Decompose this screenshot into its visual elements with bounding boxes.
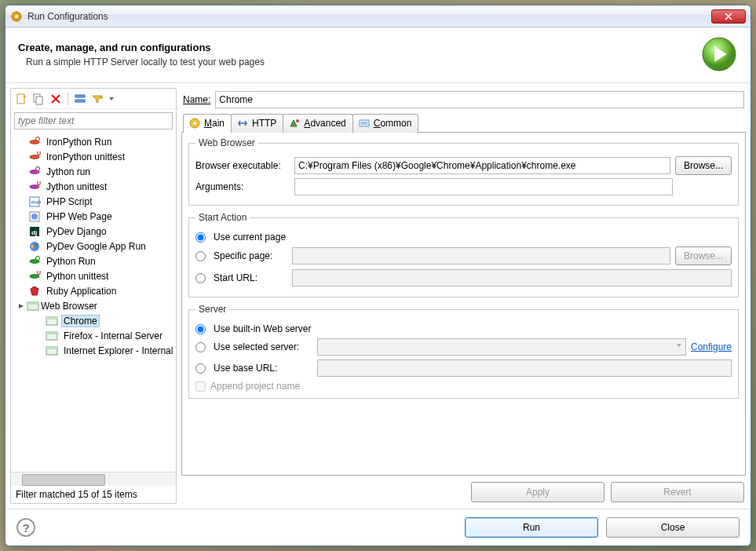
gear-run-icon <box>10 10 23 23</box>
svg-point-15 <box>31 213 38 220</box>
server-group: Server Use built-in Web server Use selec… <box>188 304 739 399</box>
http-tab-icon <box>236 117 249 130</box>
form-area: Web Browser Browser executable: Browse..… <box>181 133 746 476</box>
common-tab-icon <box>358 117 371 130</box>
tab-main[interactable]: Main <box>183 114 232 133</box>
server-combo <box>317 338 686 356</box>
svg-text:dj: dj <box>31 229 37 236</box>
configure-link[interactable]: Configure <box>691 341 732 352</box>
exec-input[interactable] <box>294 157 670 174</box>
use-current-radio[interactable] <box>195 232 206 243</box>
close-window-button[interactable] <box>711 9 746 24</box>
specific-page-label: Specific page: <box>214 250 287 261</box>
tree-item-ie[interactable]: Internet Explorer - Internal Server <box>11 343 176 358</box>
svg-point-10 <box>36 166 40 170</box>
tree-item[interactable]: Ruby Application <box>11 283 176 298</box>
tree-item[interactable]: UIronPython unittest <box>11 149 176 164</box>
tree-item-web-browser[interactable]: Web Browser <box>11 298 176 313</box>
tree-item[interactable]: IronPython Run <box>11 134 176 149</box>
tree-item[interactable]: Python Run <box>11 254 176 268</box>
new-config-icon[interactable] <box>14 92 28 106</box>
tree-item-firefox[interactable]: Firefox - Internal Server <box>11 328 176 343</box>
selected-server-label: Use selected server: <box>214 341 312 352</box>
horizontal-scrollbar[interactable] <box>11 472 176 486</box>
filter-menu-icon[interactable] <box>90 92 104 106</box>
tree-item[interactable]: djPyDev Django <box>11 224 176 239</box>
tab-bar: Main HTTP Advanced Common <box>181 113 746 133</box>
python-unittest-icon: U <box>28 151 41 163</box>
use-current-label: Use current page <box>214 232 286 243</box>
combo-dropdown-icon <box>676 342 682 348</box>
footer: ? Run Close <box>5 509 751 546</box>
run-configurations-dialog: Run Configurations Create, manage, and r… <box>5 5 751 546</box>
browser-group-icon <box>27 300 39 312</box>
jython-icon <box>28 166 41 178</box>
start-url-input <box>292 269 732 286</box>
args-label: Arguments: <box>195 181 290 192</box>
svg-text:PHP: PHP <box>31 200 41 205</box>
name-label: Name: <box>183 94 210 105</box>
main-tab-icon <box>188 117 201 130</box>
svg-point-20 <box>36 256 40 260</box>
browse-page-button: Browse... <box>675 246 732 265</box>
builtin-server-radio[interactable] <box>195 324 206 334</box>
filter-dropdown-icon[interactable] <box>108 92 115 106</box>
help-icon[interactable]: ? <box>16 518 35 537</box>
collapse-all-icon[interactable] <box>73 92 87 106</box>
browser-config-icon <box>46 330 58 342</box>
svg-text:U: U <box>37 151 41 156</box>
ruby-icon <box>28 285 41 297</box>
header-title: Create, manage, and run configurations <box>18 42 700 53</box>
php-script-icon: PHP <box>28 195 41 208</box>
python-unittest-run-icon: U <box>28 270 41 283</box>
tree-item[interactable]: UPython unittest <box>11 268 176 283</box>
play-icon <box>700 35 738 73</box>
titlebar[interactable]: Run Configurations <box>5 5 751 27</box>
header: Create, manage, and run configurations R… <box>5 27 751 83</box>
close-button[interactable]: Close <box>606 517 740 538</box>
svg-point-32 <box>296 119 299 122</box>
tree-item[interactable]: UJython unittest <box>11 179 176 194</box>
right-panel: Name: Main HTTP Advanced Comm <box>181 88 746 504</box>
django-icon: dj <box>28 225 41 238</box>
svg-rect-23 <box>27 302 38 305</box>
specific-page-radio[interactable] <box>195 251 206 261</box>
google-app-icon <box>28 240 41 253</box>
php-web-icon <box>28 210 41 223</box>
svg-rect-29 <box>46 347 57 349</box>
tree-item[interactable]: PHP Web Page <box>11 209 176 224</box>
tree-item[interactable]: Jython run <box>11 164 176 179</box>
python-icon <box>28 136 41 148</box>
tree-item[interactable]: PHPPHP Script <box>11 194 176 209</box>
tree-item[interactable]: PyDev Google App Run <box>11 239 176 254</box>
tab-http[interactable]: HTTP <box>231 114 283 133</box>
exec-label: Browser executable: <box>195 160 290 171</box>
specific-page-input <box>292 247 670 265</box>
base-url-radio[interactable] <box>195 363 206 374</box>
apply-button: Apply <box>471 482 604 502</box>
web-browser-legend: Web Browser <box>195 137 258 148</box>
svg-rect-5 <box>36 97 42 104</box>
delete-config-icon[interactable] <box>49 92 63 106</box>
base-url-input <box>317 359 732 377</box>
duplicate-config-icon[interactable] <box>31 92 46 106</box>
jython-unittest-icon: U <box>28 181 41 193</box>
start-url-radio[interactable] <box>195 273 206 283</box>
advanced-tab-icon <box>288 117 301 130</box>
browser-config-icon <box>46 345 58 357</box>
base-url-label: Use base URL: <box>214 363 312 374</box>
svg-rect-33 <box>360 120 369 126</box>
config-tree[interactable]: IronPython Run UIronPython unittest Jyth… <box>11 133 176 472</box>
tree-item-chrome[interactable]: Chrome <box>11 313 176 328</box>
left-toolbar <box>11 89 176 109</box>
filter-input[interactable] <box>14 112 173 130</box>
selected-server-radio[interactable] <box>195 342 206 352</box>
name-input[interactable] <box>215 91 744 108</box>
header-subtitle: Run a simple HTTP Server locally to test… <box>26 57 700 68</box>
tab-advanced[interactable]: Advanced <box>283 114 352 133</box>
run-button[interactable]: Run <box>465 517 598 538</box>
expand-triangle-icon[interactable] <box>17 302 25 310</box>
browse-exec-button[interactable]: Browse... <box>675 156 732 175</box>
tab-common[interactable]: Common <box>352 114 419 133</box>
args-input[interactable] <box>294 178 673 195</box>
